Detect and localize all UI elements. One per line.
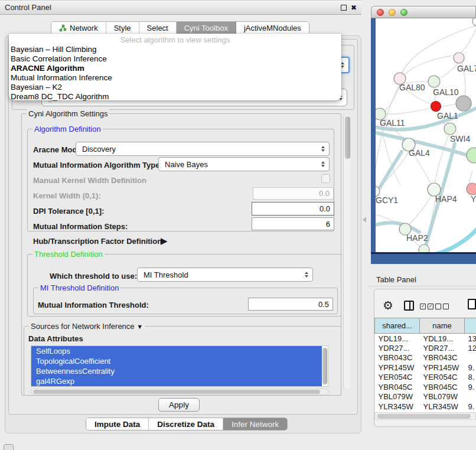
- table-settings-gear-icon[interactable]: ⚙: [383, 298, 393, 312]
- kernel-width-label: Kernel Width (0,1):: [33, 191, 101, 200]
- node-swi4[interactable]: [444, 123, 456, 135]
- mi-type-label: Mutual Information Algorithm Type:: [33, 161, 162, 169]
- table-row[interactable]: YDL19...YDL19...13: [375, 334, 476, 344]
- mi-steps-input[interactable]: [252, 217, 334, 230]
- mi-threshold-label: Mutual Information Threshold:: [38, 301, 149, 309]
- window-zoom-icon[interactable]: [400, 9, 407, 16]
- tab-discretize-data[interactable]: Discretize Data: [149, 418, 223, 430]
- label-gcy1: GCY1: [376, 195, 398, 205]
- dropdown-item-bayesian-hill-climbing[interactable]: Bayesian – Hill Climbing: [9, 45, 341, 54]
- tab-cyni-toolbox[interactable]: Cyni Toolbox: [177, 22, 236, 34]
- mi-threshold-input[interactable]: [248, 298, 333, 311]
- kernel-width-input[interactable]: [253, 187, 334, 200]
- window-close-icon[interactable]: [377, 9, 384, 16]
- table-row[interactable]: YBL079WYBL079W: [375, 392, 476, 402]
- dropdown-item-mutual-information[interactable]: Mutual Information Inference: [9, 73, 341, 83]
- network-icon: [59, 24, 67, 32]
- column-header-name[interactable]: name: [420, 318, 465, 334]
- dropdown-item-aracne[interactable]: ARACNE Algorithm: [9, 64, 341, 73]
- table-row[interactable]: YBR043CYBR043C: [375, 353, 476, 363]
- column-header-shared-name[interactable]: shared...: [375, 318, 420, 334]
- attributes-scrollbar-thumb[interactable]: [322, 348, 327, 384]
- tab-jactivemnodules[interactable]: jActiveMNodules: [236, 22, 309, 34]
- deselect-all-columns-icon[interactable]: [435, 304, 449, 309]
- table-row[interactable]: YBR045CYBR045C9.: [375, 382, 476, 392]
- attribute-topologicalcoefficient[interactable]: TopologicalCoefficient: [31, 356, 322, 366]
- control-panel-tabs: Network Style Select Cyni Toolbox jActiv…: [51, 21, 309, 35]
- node-gal7[interactable]: [454, 53, 464, 63]
- aracne-mode-combobox[interactable]: Discovery: [76, 142, 330, 156]
- close-panel-icon[interactable]: ✖: [351, 5, 357, 11]
- network-highlight-edges: [376, 106, 476, 252]
- collapse-down-icon[interactable]: ▼: [136, 323, 143, 330]
- node-gal1-selected[interactable]: [431, 102, 441, 112]
- table-row[interactable]: YLR345WYLR345W9.: [375, 402, 476, 412]
- aracne-mode-value: Discovery: [82, 145, 116, 154]
- minimized-panel-icon[interactable]: [4, 444, 14, 450]
- mi-threshold-legend: MI Threshold Definition: [38, 283, 120, 292]
- label-gal11: GAL11: [380, 118, 405, 128]
- control-panel-titlebar: Control Panel ✖: [0, 0, 361, 15]
- table-row[interactable]: YER054CYER054C8.: [375, 373, 476, 383]
- export-table-icon[interactable]: [468, 299, 476, 309]
- sources-legend[interactable]: Sources for Network Inference: [31, 322, 135, 331]
- dropdown-item-bayesian-k2[interactable]: Bayesian – K2: [9, 83, 341, 92]
- tab-network[interactable]: Network: [51, 22, 106, 34]
- column-header-third[interactable]: [465, 318, 476, 334]
- cyni-settings-legend: Cyni Algorithm Settings: [27, 109, 109, 118]
- table-hscrollbar[interactable]: [374, 412, 476, 420]
- dpi-tolerance-input[interactable]: [252, 202, 334, 216]
- manual-kernel-label: Manual Kernel Width Definition: [33, 176, 146, 185]
- label-gal80: GAL80: [399, 83, 425, 92]
- node-green-right[interactable]: [467, 148, 476, 163]
- node-gray-hub[interactable]: [456, 96, 471, 111]
- table-panel-title: Table Panel: [376, 275, 416, 284]
- which-threshold-combobox[interactable]: MI Threshold: [137, 268, 313, 282]
- table-hscrollbar-thumb[interactable]: [377, 414, 471, 419]
- tab-infer-network[interactable]: Infer Network: [223, 418, 287, 430]
- cyni-mode-tabs: Impute Data Discretize Data Infer Networ…: [86, 418, 288, 431]
- table-row[interactable]: YPR145WYPR145W9.: [375, 363, 476, 373]
- tab-select[interactable]: Select: [139, 22, 177, 34]
- attribute-betweennesscentrality[interactable]: BetweennessCentrality: [31, 366, 322, 376]
- label-hap4: HAP4: [435, 194, 457, 204]
- expand-right-icon[interactable]: ▶: [161, 236, 168, 246]
- splitter-collapse-icon[interactable]: [363, 217, 366, 223]
- tab-impute-data-label: Impute Data: [94, 420, 140, 429]
- dropdown-item-basic-correlation[interactable]: Basic Correlation Inference: [9, 54, 341, 64]
- attributes-hscrollbar-thumb[interactable]: [33, 390, 320, 394]
- network-window-frame: [371, 18, 376, 264]
- node-table: shared... name YDL19...YDL19...13 YDR27.…: [374, 318, 476, 412]
- node-salmon-right[interactable]: [467, 183, 476, 195]
- node-gal10[interactable]: [428, 76, 440, 87]
- settings-scrollbar[interactable]: [343, 115, 350, 390]
- attribute-selfloops[interactable]: SelfLoops: [31, 346, 322, 356]
- show-columns-icon[interactable]: [404, 301, 414, 311]
- mi-type-combobox[interactable]: Naive Bayes: [158, 157, 330, 171]
- dpi-tolerance-label: DPI Tolerance [0,1]:: [33, 207, 104, 216]
- label-salmon: Y: [471, 194, 476, 204]
- data-attributes-label: Data Attributes: [28, 334, 83, 343]
- select-all-columns-icon[interactable]: ✓ ✓: [420, 304, 433, 309]
- node-unlabeled-top[interactable]: [472, 18, 476, 26]
- apply-button[interactable]: Apply: [158, 398, 200, 412]
- manual-kernel-checkbox[interactable]: [321, 174, 330, 183]
- tab-style[interactable]: Style: [106, 22, 139, 34]
- apply-button-label: Apply: [169, 400, 189, 409]
- table-row[interactable]: YDR27...YDR27...12: [375, 343, 476, 353]
- dropdown-item-dream8[interactable]: Dream8 DC_TDC Algorithm: [9, 92, 341, 102]
- attributes-hscrollbar[interactable]: [31, 389, 328, 395]
- label-hap2: HAP2: [406, 233, 428, 243]
- label-gal7: GAL7: [457, 64, 476, 73]
- attribute-gal4rgexp[interactable]: gal4RGexp: [31, 376, 322, 386]
- hub-definition-label[interactable]: Hub/Transcription Factor Definition: [33, 237, 162, 246]
- float-panel-icon[interactable]: [341, 5, 347, 11]
- tab-impute-data[interactable]: Impute Data: [86, 418, 149, 430]
- network-selected-edge: [430, 224, 476, 252]
- dropdown-prompt: Select algorithm to view settings: [9, 34, 341, 45]
- node-unlabeled-bottom[interactable]: [419, 244, 429, 252]
- network-view-canvas[interactable]: GAL7 GAL80 GAL10 GAL1 GAL11 SWI4 GAL4 GC…: [376, 18, 476, 252]
- window-minimize-icon[interactable]: [389, 9, 396, 16]
- mi-type-value: Naive Bayes: [165, 160, 208, 169]
- settings-scrollbar-thumb[interactable]: [345, 116, 350, 159]
